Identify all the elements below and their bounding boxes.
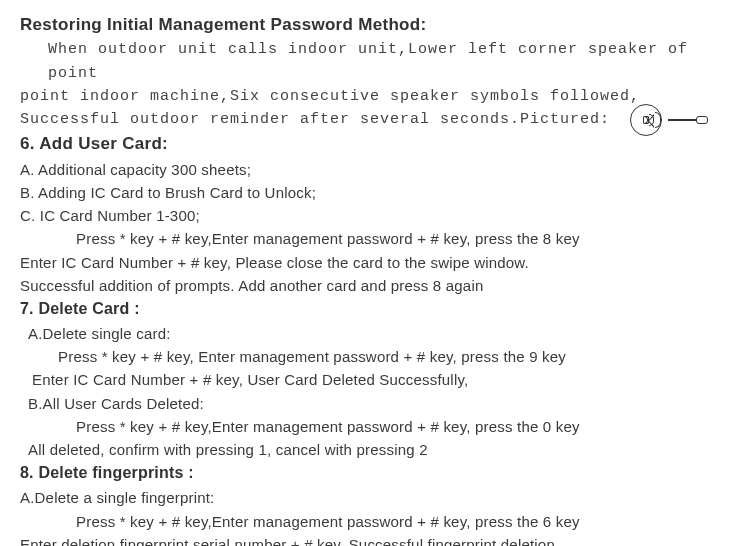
slider-icon bbox=[668, 116, 708, 124]
page-title: Restoring Initial Management Password Me… bbox=[20, 12, 712, 38]
intro-line-1: When outdoor unit calls indoor unit,Lowe… bbox=[20, 38, 712, 85]
sound-wave-icon bbox=[643, 112, 661, 128]
section-6-step-3: Successful addition of prompts. Add anot… bbox=[20, 274, 712, 297]
intro-line-3: Successful outdoor reminder after severa… bbox=[20, 111, 610, 128]
section-6-c: C. IC Card Number 1-300; bbox=[20, 204, 712, 227]
speaker-diagram bbox=[630, 104, 708, 136]
section-7-b-step-1: Press * key + # key,Enter management pas… bbox=[20, 415, 712, 438]
section-7-a-heading: A.Delete single card: bbox=[20, 322, 712, 345]
section-7-b-step-2: All deleted, confirm with pressing 1, ca… bbox=[20, 438, 712, 461]
section-8-heading: 8. Delete fingerprints : bbox=[20, 461, 712, 486]
section-8-a-step-1: Press * key + # key,Enter management pas… bbox=[20, 510, 712, 533]
section-8-a-heading: A.Delete a single fingerprint: bbox=[20, 486, 712, 509]
section-7-a-step-2: Enter IC Card Number + # key, User Card … bbox=[20, 368, 712, 391]
section-6-b: B. Adding IC Card to Brush Card to Unloc… bbox=[20, 181, 712, 204]
intro-line-2: point indoor machine,Six consecutive spe… bbox=[20, 85, 712, 108]
section-7-b-heading: B.All User Cards Deleted: bbox=[20, 392, 712, 415]
section-6-step-1: Press * key + # key,Enter management pas… bbox=[20, 227, 712, 250]
section-7-heading: 7. Delete Card : bbox=[20, 297, 712, 322]
section-6-heading: 6. Add User Card: bbox=[20, 131, 712, 157]
section-6-step-2: Enter IC Card Number + # key, Please clo… bbox=[20, 251, 712, 274]
intro-line-3-row: Successful outdoor reminder after severa… bbox=[20, 108, 712, 131]
section-7-a-step-1: Press * key + # key, Enter management pa… bbox=[20, 345, 712, 368]
section-8-a-step-2: Enter deletion fingerprint serial number… bbox=[20, 533, 712, 546]
speaker-icon bbox=[630, 104, 662, 136]
section-6-a: A. Additional capacity 300 sheets; bbox=[20, 158, 712, 181]
